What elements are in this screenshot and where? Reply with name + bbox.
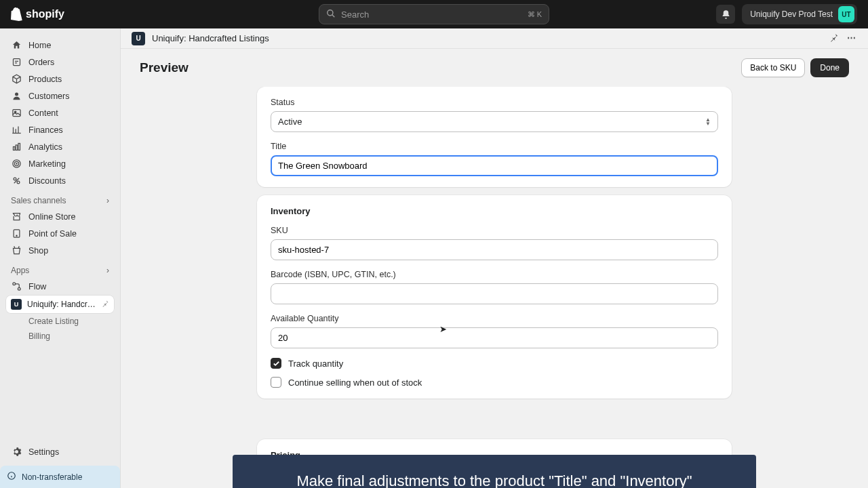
sales-channels-header[interactable]: Sales channels› xyxy=(5,189,115,208)
chevron-right-icon: › xyxy=(106,266,109,275)
apps-header[interactable]: Apps› xyxy=(5,259,115,278)
sidebar-item-orders[interactable]: Orders xyxy=(5,54,115,70)
products-icon xyxy=(11,74,22,84)
notifications-button[interactable] xyxy=(716,5,735,24)
shop-icon xyxy=(11,245,22,256)
home-icon xyxy=(11,40,22,50)
sidebar-item-settings[interactable]: Settings xyxy=(5,443,115,460)
svg-line-1 xyxy=(332,14,335,17)
sidebar-item-content[interactable]: Content xyxy=(5,104,115,121)
shopify-logo[interactable]: shopify xyxy=(11,7,64,21)
marketing-icon xyxy=(11,159,22,169)
done-button[interactable]: Done xyxy=(810,58,849,77)
uniquify-app-icon: U xyxy=(11,299,22,310)
pin-icon[interactable] xyxy=(829,33,839,45)
select-chevron-icon: ▲▼ xyxy=(705,119,711,125)
content-icon xyxy=(11,108,22,118)
barcode-label: Barcode (ISBN, UPC, GTIN, etc.) xyxy=(271,270,718,279)
quantity-input[interactable] xyxy=(271,327,718,348)
svg-point-3 xyxy=(15,93,18,96)
topbar: shopify Search ⌘ K Uniquify Dev Prod Tes… xyxy=(0,0,868,28)
sidebar-subitem-billing[interactable]: Billing xyxy=(5,329,115,344)
sidebar-item-finances[interactable]: Finances xyxy=(5,121,115,138)
search-icon xyxy=(326,9,336,20)
sidebar-item-online-store[interactable]: Online Store xyxy=(5,208,115,225)
svg-point-16 xyxy=(16,235,16,236)
svg-rect-2 xyxy=(13,59,20,66)
more-icon[interactable]: ⋯ xyxy=(847,33,857,45)
svg-rect-8 xyxy=(18,144,20,150)
uniquify-app-icon: U xyxy=(132,32,145,45)
svg-rect-7 xyxy=(16,145,18,150)
sidebar-item-customers[interactable]: Customers xyxy=(5,87,115,104)
svg-point-13 xyxy=(17,181,20,184)
store-menu[interactable]: Uniquify Dev Prod Test UT xyxy=(742,4,857,24)
sku-input[interactable] xyxy=(271,239,718,260)
svg-point-11 xyxy=(16,163,16,164)
svg-line-14 xyxy=(14,178,19,184)
discounts-icon xyxy=(11,176,22,186)
sidebar-item-discounts[interactable]: Discounts xyxy=(5,172,115,189)
svg-rect-6 xyxy=(13,147,15,150)
sidebar-subitem-create-listing[interactable]: Create Listing xyxy=(5,314,115,329)
page-title: Preview xyxy=(140,60,189,75)
analytics-icon xyxy=(11,142,22,152)
instruction-banner: Make final adjustments to the product "T… xyxy=(233,455,756,488)
checkbox-unchecked-icon xyxy=(271,377,281,388)
search-placeholder: Search xyxy=(341,9,369,20)
info-icon xyxy=(7,471,16,483)
orders-icon xyxy=(11,57,22,67)
gear-icon xyxy=(11,447,22,457)
chevron-right-icon: › xyxy=(106,196,109,205)
svg-rect-4 xyxy=(12,110,20,117)
sidebar-item-pos[interactable]: Point of Sale xyxy=(5,225,115,242)
inventory-heading: Inventory xyxy=(271,206,718,216)
sidebar-item-uniquify[interactable]: U Uniquify: Handcrafte... xyxy=(5,295,115,314)
customers-icon xyxy=(11,91,22,101)
sidebar: Home Orders Products Customers Content F… xyxy=(0,28,121,488)
quantity-label: Available Quantity xyxy=(271,314,718,323)
track-quantity-checkbox[interactable]: Track quantity xyxy=(271,358,718,369)
sidebar-item-home[interactable]: Home xyxy=(5,37,115,54)
app-header: U Uniquify: Handcrafted Listings ⋯ xyxy=(121,28,868,49)
logo-text: shopify xyxy=(26,8,64,20)
status-title-card: Status Active ▲▼ Title xyxy=(257,87,732,187)
app-name: Uniquify: Handcrafted Listings xyxy=(152,33,269,43)
sidebar-item-products[interactable]: Products xyxy=(5,70,115,87)
sidebar-item-shop[interactable]: Shop xyxy=(5,242,115,259)
svg-point-0 xyxy=(328,9,333,15)
checkbox-checked-icon xyxy=(271,358,281,369)
cursor-icon: ➤ xyxy=(439,324,447,334)
avatar: UT xyxy=(838,6,854,22)
pin-icon[interactable] xyxy=(101,300,109,310)
inventory-card: Inventory SKU Barcode (ISBN, UPC, GTIN, … xyxy=(257,195,732,399)
store-name: Uniquify Dev Prod Test xyxy=(750,9,833,19)
title-input[interactable] xyxy=(271,155,718,176)
svg-point-17 xyxy=(12,283,15,285)
flow-icon xyxy=(11,281,22,291)
status-label: Status xyxy=(271,98,718,107)
sidebar-item-flow[interactable]: Flow xyxy=(5,278,115,295)
store-icon xyxy=(11,211,22,222)
svg-point-18 xyxy=(18,287,20,290)
back-to-sku-button[interactable]: Back to SKU xyxy=(741,58,805,77)
status-select[interactable]: Active ▲▼ xyxy=(271,111,718,132)
sidebar-item-analytics[interactable]: Analytics xyxy=(5,138,115,155)
finances-icon xyxy=(11,125,22,135)
pos-icon xyxy=(11,228,22,239)
title-label: Title xyxy=(271,142,718,151)
search-input[interactable]: Search ⌘ K xyxy=(319,4,549,24)
svg-point-12 xyxy=(14,178,16,180)
barcode-input[interactable] xyxy=(271,283,718,304)
non-transferable-badge[interactable]: Non-transferable xyxy=(0,466,120,488)
sidebar-item-marketing[interactable]: Marketing xyxy=(5,155,115,172)
sku-label: SKU xyxy=(271,226,718,235)
continue-selling-checkbox[interactable]: Continue selling when out of stock xyxy=(271,377,718,388)
search-shortcut: ⌘ K xyxy=(528,10,542,19)
